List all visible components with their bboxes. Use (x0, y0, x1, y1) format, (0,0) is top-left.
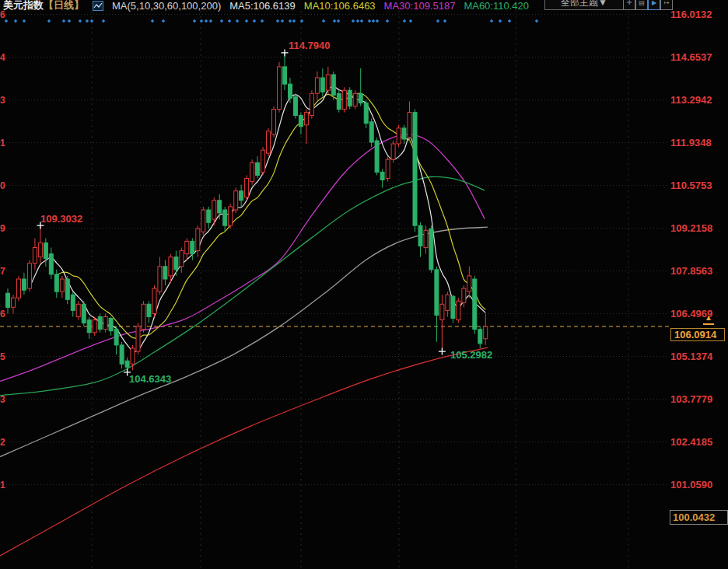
candle (462, 288, 466, 302)
candle (429, 229, 433, 270)
svg-text:1: 1 (0, 480, 5, 490)
candle (120, 345, 124, 364)
candle (38, 243, 42, 257)
price-up-arrow-icon: ▲ (703, 314, 714, 325)
candle (147, 304, 151, 316)
svg-text:0: 0 (0, 180, 5, 191)
current-price-badge: 106.0914 (670, 328, 725, 341)
candle (278, 67, 282, 110)
candle (418, 225, 422, 246)
play-chart-icon[interactable]: ▶ (648, 0, 660, 10)
svg-text:1: 1 (0, 138, 5, 148)
axis-price-label: 103.7779 (670, 393, 712, 405)
candle (185, 241, 189, 253)
candle (435, 270, 439, 316)
candle (386, 159, 390, 178)
svg-text:6: 6 (0, 309, 5, 319)
candle (12, 298, 16, 307)
themes-dropdown[interactable]: 全部主题▼ (544, 0, 624, 10)
candle (180, 251, 184, 267)
candle (250, 162, 254, 181)
event-dots (5, 19, 538, 23)
expand-panel-icon[interactable]: ↦ (660, 0, 673, 10)
candle (299, 116, 303, 127)
candle (169, 257, 173, 276)
ma-line-ma200 (0, 347, 488, 556)
candle (174, 257, 178, 270)
candle (446, 295, 450, 310)
price-extreme-label: 104.6343 (129, 373, 171, 385)
candle (136, 326, 140, 351)
candle (331, 75, 335, 95)
svg-text:3: 3 (0, 95, 5, 106)
candle (125, 361, 129, 367)
candle (391, 144, 395, 159)
crosshair-move-icon[interactable]: ✛ (623, 0, 635, 10)
axis-price-label: 111.9348 (670, 137, 712, 148)
candle (33, 248, 37, 264)
candle (131, 348, 135, 364)
axis-price-label: 114.6537 (670, 51, 712, 63)
axis-price-label: 102.4185 (670, 436, 712, 448)
candle (304, 113, 308, 125)
candle (402, 128, 406, 139)
ma-settings-label[interactable]: MA(5,10,30,60,100,200) (112, 0, 221, 12)
candle (326, 75, 330, 90)
candle (272, 110, 276, 134)
ma-line-ma10 (57, 93, 485, 338)
left-axis-clipped-digits: 643109765321 (0, 9, 5, 490)
candle (212, 201, 216, 219)
candle (424, 230, 428, 247)
ma-line-ma30 (0, 134, 485, 382)
axis-price-label: 105.1374 (670, 351, 712, 362)
candlestick-chart[interactable]: 643109765321 (0, 0, 728, 569)
candle (408, 113, 411, 138)
chart-window-icon[interactable]: ▤ (635, 0, 648, 10)
candle (49, 254, 53, 274)
candle (484, 326, 488, 339)
axis-price-label: 110.5753 (670, 180, 712, 191)
candle (397, 128, 401, 144)
candle (152, 288, 156, 313)
svg-text:2: 2 (0, 437, 5, 448)
candle (467, 276, 471, 291)
candle (283, 67, 287, 84)
candle (60, 279, 64, 291)
candle (218, 201, 222, 213)
candle (54, 274, 58, 291)
candle (413, 113, 417, 226)
axis-price-label: 116.0132 (670, 9, 712, 20)
candle (359, 93, 362, 103)
candle (310, 93, 313, 115)
axis-price-label: 101.0590 (670, 479, 712, 490)
candle (65, 279, 69, 299)
line-chart-icon[interactable] (93, 1, 103, 11)
candle (369, 122, 373, 142)
price-extreme-label: 114.7940 (289, 40, 331, 51)
svg-text:4: 4 (0, 52, 5, 63)
price-extreme-label: 109.3032 (40, 213, 82, 225)
candle (223, 210, 227, 225)
ma-line-ma100 (0, 227, 488, 456)
candle (473, 279, 477, 330)
candle (353, 93, 357, 106)
candle (289, 84, 292, 98)
candle (98, 317, 102, 330)
candle (440, 304, 444, 319)
candle (245, 179, 249, 197)
ma10-value: MA10:106.6463 (304, 0, 376, 12)
candle (267, 131, 271, 153)
candle (380, 172, 384, 180)
chart-window: 643109765321 美元指数【日线】 MA(5,10,30,60,100,… (0, 0, 728, 569)
candle (315, 78, 319, 93)
candle (163, 267, 167, 279)
candle (451, 296, 455, 318)
candle (82, 304, 86, 323)
candle (478, 330, 482, 344)
candle (457, 301, 460, 319)
candle (6, 293, 10, 307)
candle (240, 191, 243, 201)
candle (27, 264, 31, 288)
candle (320, 78, 324, 92)
axis-price-label: 113.2942 (670, 94, 712, 106)
